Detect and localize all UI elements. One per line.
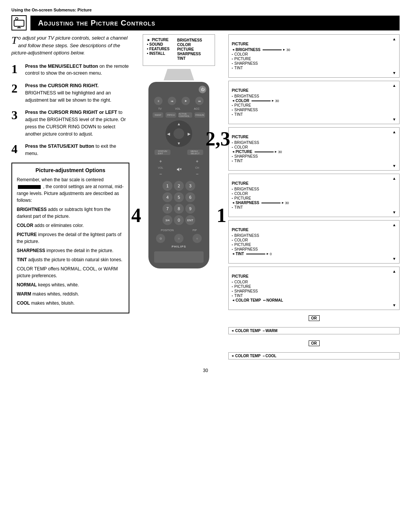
color-arrow: ►	[271, 99, 274, 102]
transport-row: ⏸ ⏮ ▶ ⏭	[151, 97, 206, 105]
svg-point-3	[16, 18, 18, 20]
step-number-1: 1	[217, 204, 226, 227]
color-track	[252, 101, 271, 101]
rew-button[interactable]: ⏮	[168, 97, 176, 105]
pause-button[interactable]: ⏸	[154, 97, 162, 105]
page-header: Adjusting the Picture Controls	[11, 15, 400, 30]
tv-label: TV	[158, 107, 162, 110]
color-slider: ► 30	[251, 99, 279, 103]
menu-select-button[interactable]: MENU/SELECT	[187, 150, 203, 155]
function-row: SWAP PIP/CH ACTIVE CONTROL FREEZE	[151, 112, 206, 118]
num-2-button[interactable]: 2	[174, 181, 184, 191]
brand-label: PHILIPS	[172, 245, 186, 248]
mute-button[interactable]	[175, 165, 183, 174]
colortemp-cool-label: COLOR TEMP	[235, 354, 261, 358]
vol-down-button[interactable]: −	[156, 170, 165, 178]
nav-down-arrow[interactable]: ▼	[177, 141, 181, 145]
step-2-number: 2	[11, 82, 22, 94]
picture-value: 30	[278, 150, 282, 154]
nav-left-arrow[interactable]: ◀	[167, 132, 170, 136]
panel-4-sharpness: ◄ SHARPNESS ► 30	[232, 201, 396, 205]
color-label: COLOR	[236, 99, 249, 103]
active-button[interactable]: ACTIVE CONTROL	[178, 112, 192, 118]
tv-menu-diagram: ►PICTURE • SOUND • FEATURES • INSTALL BR…	[143, 34, 215, 66]
panel-4-title: PICTURE	[232, 181, 396, 185]
panel-1-title: PICTURE	[232, 42, 396, 46]
tri-color: ◄	[232, 99, 235, 102]
brightness-value: 30	[286, 48, 290, 52]
pip-row: POSITION PIP	[151, 229, 206, 232]
normal-desc: NORMAL keeps whites, white.	[17, 281, 124, 288]
options-title: Picture-adjustment Options	[17, 167, 124, 173]
vol-label: VOL	[175, 107, 180, 110]
step-number-4: 4	[131, 204, 141, 227]
panel-4-color: •COLOR	[232, 192, 396, 196]
picture-arrow: ►	[274, 150, 277, 153]
dot-colortemp: ••	[263, 299, 266, 302]
panel-2-brightness: •BRIGHTNESS	[232, 94, 396, 98]
step-2-text: BRIGHTNESS will be highlighted and an ad…	[25, 90, 112, 103]
panel-2-picture: •PICTURE	[232, 103, 396, 107]
tri-brightness: ◄	[232, 48, 235, 51]
swap-button[interactable]: SWAP	[153, 112, 163, 118]
panel-3-sharpness: •SHARPNESS	[232, 154, 396, 158]
pos-button[interactable]: ⊙	[156, 234, 165, 243]
num-enter-button[interactable]: ENT	[185, 215, 195, 225]
colortemp-val-normal: NORMAL	[266, 298, 283, 302]
num-8-button[interactable]: 8	[174, 204, 184, 214]
nav-center	[174, 128, 184, 139]
ch-down-button[interactable]: −	[193, 170, 201, 178]
panel-2-title: PICTURE	[232, 88, 396, 93]
tri-cool: ◄	[231, 354, 234, 358]
pip-button-1[interactable]: ○	[174, 234, 183, 243]
num-triple-button[interactable]: 3/4	[162, 215, 172, 225]
numpad: 1 2 3 4 5 6 7 8 9 3/4 0 ENT	[162, 181, 195, 225]
cool-desc: COOL makes whites, bluish.	[17, 300, 124, 307]
panel-4-tint: •TINT	[232, 205, 396, 209]
num-0-button[interactable]: 0	[174, 215, 184, 225]
colortemp-warm-row: ◄ COLOR TEMP •• WARM	[228, 327, 400, 334]
num-7-button[interactable]: 7	[162, 204, 172, 214]
vol-text: VOL	[158, 166, 163, 169]
num-1-button[interactable]: 1	[162, 181, 172, 191]
panel-6-up: ▲	[232, 269, 396, 273]
num-5-button[interactable]: 5	[174, 192, 184, 202]
pip-buttons-row: ⊙ ○ ○	[151, 234, 206, 243]
nav-up-arrow[interactable]: ▲	[177, 122, 181, 126]
panel-4-up: ▲	[232, 176, 396, 181]
panel-color: ▲ PICTURE •BRIGHTNESS ◄ COLOR ► 30 •PICT…	[228, 81, 400, 124]
panel-5-picture: •PICTURE	[232, 243, 396, 247]
step-2-bold: Press the CURSOR RING RIGHT.	[25, 83, 99, 88]
ff-button[interactable]: ⏭	[195, 97, 204, 105]
tint-label: TINT	[236, 252, 244, 256]
left-column: T o adjust your TV picture controls, sel…	[11, 34, 129, 360]
remote-wrapper: 2,3 ⏻ ⏸ ⏮ ▶ ⏭ TV	[133, 82, 225, 268]
or-1-box: OR	[309, 315, 320, 321]
num-9-button[interactable]: 9	[185, 204, 195, 214]
color-value: 30	[275, 99, 279, 103]
num-3-button[interactable]: 3	[185, 181, 195, 191]
cursor-ring[interactable]: ▲ ▼ ◀ ▶	[166, 120, 192, 147]
pip-button-2[interactable]: ○	[193, 234, 202, 243]
status-exit-button[interactable]: STATUS/EXIT	[155, 150, 170, 155]
right-column: ▲ PICTURE ◄ BRIGHTNESS ► 30 •COLOR •PICT…	[228, 34, 400, 360]
vol-ch-row: + VOL − + CH −	[151, 157, 206, 178]
panel-2-down: ▼	[232, 117, 396, 121]
ch-up-button[interactable]: +	[193, 157, 201, 166]
page-title: Adjusting the Picture Controls	[30, 16, 400, 30]
step-1: 1 Press the MENU/SELECT button on the re…	[11, 63, 129, 77]
center-column: ►PICTURE • SOUND • FEATURES • INSTALL BR…	[133, 34, 225, 360]
num-6-button[interactable]: 6	[185, 192, 195, 202]
nav-right-arrow[interactable]: ▶	[188, 132, 191, 136]
step-1-bold: Press the MENU/SELECT button	[25, 64, 98, 69]
picture-desc: PICTURE improves the detail of the light…	[17, 231, 124, 245]
step-2-content: Press the CURSOR RING RIGHT. BRIGHTNESS …	[25, 82, 129, 104]
num-4-button[interactable]: 4	[162, 192, 172, 202]
dot-warm: ••	[263, 329, 265, 332]
power-button[interactable]: ⏻	[199, 86, 206, 93]
freeze-button[interactable]: FREEZE	[194, 112, 205, 118]
picture-track	[255, 152, 274, 152]
pip-top-button[interactable]: PIP/CH	[166, 112, 176, 118]
play-button[interactable]: ▶	[182, 97, 190, 105]
vol-up-button[interactable]: +	[156, 157, 165, 166]
